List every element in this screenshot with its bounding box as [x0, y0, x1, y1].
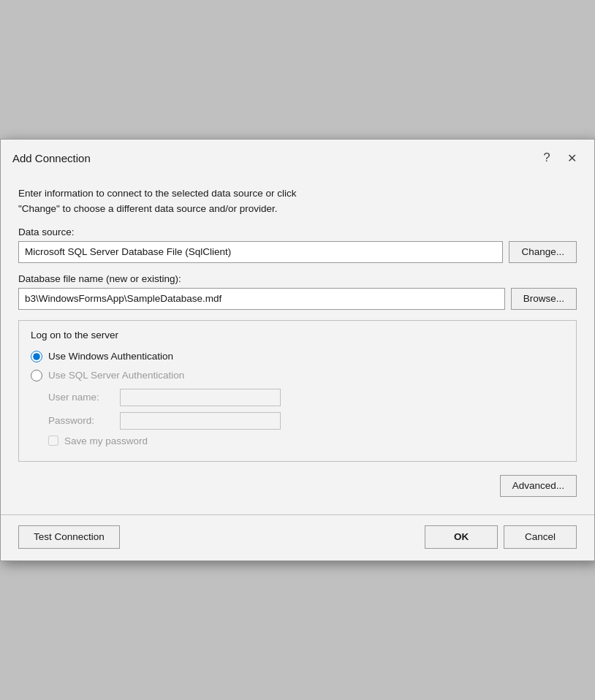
change-button[interactable]: Change... — [509, 241, 577, 263]
password-label: Password: — [48, 415, 114, 426]
windows-auth-radio[interactable] — [31, 351, 42, 362]
logon-group: Log on to the server Use Windows Authent… — [18, 320, 577, 462]
db-file-row: Browse... — [18, 288, 577, 310]
db-file-input[interactable] — [18, 288, 505, 310]
user-name-label: User name: — [48, 392, 114, 403]
data-source-label: Data source: — [18, 227, 577, 237]
password-input[interactable] — [120, 412, 281, 430]
browse-button[interactable]: Browse... — [511, 288, 577, 310]
save-password-checkbox[interactable] — [48, 435, 58, 446]
test-connection-button[interactable]: Test Connection — [18, 525, 120, 549]
footer: Test Connection OK Cancel — [1, 518, 594, 560]
footer-divider — [1, 514, 594, 515]
dialog-title: Add Connection — [12, 152, 91, 164]
windows-auth-label[interactable]: Use Windows Authentication — [48, 351, 173, 362]
sql-auth-row: Use SQL Server Authentication — [31, 370, 564, 381]
title-bar: Add Connection ? ✕ — [1, 140, 594, 175]
sql-auth-label[interactable]: Use SQL Server Authentication — [48, 370, 184, 381]
add-connection-dialog: Add Connection ? ✕ Enter information to … — [0, 139, 595, 561]
help-button[interactable]: ? — [536, 147, 558, 169]
footer-right: OK Cancel — [425, 525, 577, 549]
dialog-body: Enter information to connect to the sele… — [1, 175, 594, 511]
data-source-input[interactable] — [18, 241, 503, 263]
user-name-row: User name: — [48, 389, 564, 406]
save-password-label[interactable]: Save my password — [64, 435, 148, 446]
ok-button[interactable]: OK — [425, 525, 498, 549]
user-name-input[interactable] — [120, 389, 281, 406]
advanced-row: Advanced... — [18, 472, 577, 500]
intro-text: Enter information to connect to the sele… — [18, 186, 577, 216]
save-password-row: Save my password — [48, 435, 564, 446]
db-file-label: Database file name (new or existing): — [18, 273, 577, 284]
data-source-section: Data source: Change... — [18, 227, 577, 263]
db-file-section: Database file name (new or existing): Br… — [18, 273, 577, 310]
data-source-row: Change... — [18, 241, 577, 263]
logon-group-title: Log on to the server — [31, 330, 564, 341]
cancel-button[interactable]: Cancel — [504, 525, 577, 549]
sql-auth-radio[interactable] — [31, 370, 42, 381]
windows-auth-row: Use Windows Authentication — [31, 351, 564, 362]
close-button[interactable]: ✕ — [561, 147, 583, 169]
sql-fields: User name: Password: — [48, 389, 564, 430]
password-row: Password: — [48, 412, 564, 430]
advanced-button[interactable]: Advanced... — [500, 475, 577, 497]
